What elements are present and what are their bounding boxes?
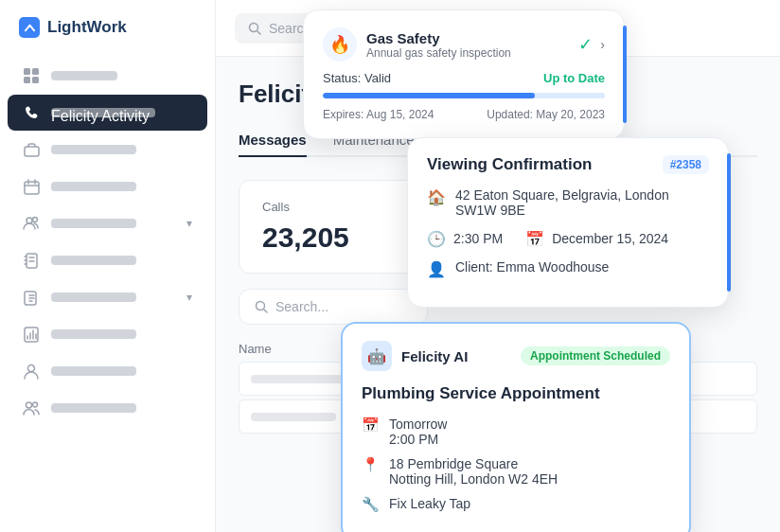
gas-card-actions: ✓ › — [578, 34, 605, 55]
person-icon-2: 👤 — [427, 260, 446, 278]
felicity-location-icon: 📍 — [362, 456, 380, 473]
viewing-confirmation-card: Viewing Confirmation #2358 🏠 42 Eaton Sq… — [407, 137, 729, 308]
felicity-address-text: 18 Pembridge Square Notting Hill, London… — [389, 456, 558, 487]
sidebar-item-people[interactable]: ▾ — [8, 205, 207, 241]
briefcase-icon — [23, 141, 40, 158]
sidebar-item-persons[interactable] — [8, 390, 207, 426]
people-icon — [23, 215, 40, 232]
felicity-ai-name: Felicity AI — [401, 348, 468, 364]
gas-expires: Expires: Aug 15, 2024 — [323, 108, 434, 121]
calendar-icon — [23, 178, 40, 195]
grid-icon — [23, 67, 40, 84]
felicity-date: Tomorrow — [389, 417, 447, 432]
persons-icon — [23, 399, 40, 417]
sidebar: LightWork Felicity Activity — [0, 0, 216, 532]
chevron-down-icon-2: ▾ — [186, 291, 192, 304]
tab-messages[interactable]: Messages — [239, 124, 307, 155]
gas-progress-bar — [323, 93, 605, 98]
calendar-icon-2: 📅 — [525, 230, 544, 248]
logo-text: LightWork — [47, 18, 127, 37]
felicity-issue: 🔧 Fix Leaky Tap — [362, 496, 670, 513]
viewing-client: 👤 Client: Emma Woodhouse — [427, 259, 709, 278]
gas-card-border-right — [623, 26, 627, 123]
viewing-date: 📅 December 15, 2024 — [525, 229, 668, 248]
felicity-address-line1: 18 Pembridge Square — [389, 456, 558, 471]
sidebar-item-persons-label — [51, 403, 136, 413]
viewing-address: 🏠 42 Eaton Square, Belgravia, London SW1… — [427, 187, 709, 218]
gas-progress-fill — [323, 93, 535, 98]
table-col-name: Name — [239, 342, 272, 356]
svg-point-11 — [27, 402, 32, 408]
sidebar-item-book-label — [51, 293, 136, 302]
svg-rect-5 — [25, 182, 39, 194]
sidebar-item-grid-label — [51, 71, 117, 80]
report-icon — [23, 326, 40, 343]
felicity-date-time-text: Tomorrow 2:00 PM — [389, 417, 447, 447]
gas-status-row: Status: Valid Up to Date — [323, 71, 605, 85]
stats-label: Calls — [262, 200, 404, 214]
felicity-card-title: Plumbing Service Appointment — [362, 384, 670, 403]
sidebar-item-calendar-label — [51, 182, 136, 191]
viewing-client-text: Client: Emma Woodhouse — [455, 259, 609, 275]
svg-point-6 — [27, 218, 32, 223]
gas-card-title-group: Gas Safety Annual gas safety inspection — [366, 30, 511, 60]
gas-card-title: Gas Safety — [366, 30, 511, 46]
table-search-placeholder: Search... — [275, 299, 328, 314]
gas-dates: Expires: Aug 15, 2024 Updated: May 20, 2… — [323, 108, 605, 121]
clock-icon: 🕒 — [427, 230, 446, 248]
sidebar-item-notebook[interactable] — [8, 242, 207, 278]
check-icon: ✓ — [578, 34, 593, 55]
person-icon — [23, 363, 40, 380]
sidebar-nav: Felicity Activity — [0, 51, 215, 532]
viewing-time-date-row: 🕒 2:30 PM 📅 December 15, 2024 — [427, 229, 709, 248]
sidebar-item-grid[interactable] — [8, 58, 207, 94]
svg-point-14 — [257, 302, 265, 310]
gas-up-to-date: Up to Date — [543, 71, 605, 85]
felicity-date-time: 📅 Tomorrow 2:00 PM — [362, 417, 670, 447]
sidebar-item-notebook-label — [51, 256, 136, 265]
gas-card-subtitle: Annual gas safety inspection — [366, 46, 511, 60]
sidebar-item-felicity[interactable]: Felicity Activity — [8, 95, 207, 131]
sidebar-item-report-label — [51, 329, 136, 339]
sidebar-item-briefcase-label — [51, 145, 136, 154]
svg-point-7 — [33, 218, 38, 222]
row-bar-2 — [251, 413, 336, 421]
stats-card: Calls 23,205 — [239, 180, 428, 274]
sidebar-item-people-label — [51, 219, 136, 228]
svg-rect-3 — [32, 77, 39, 83]
gas-status-text: Status: Valid — [323, 71, 391, 85]
sidebar-item-person-label — [51, 366, 136, 376]
gas-safety-card: 🔥 Gas Safety Annual gas safety inspectio… — [303, 9, 625, 139]
logo-icon — [19, 17, 40, 38]
svg-point-10 — [28, 364, 35, 371]
sidebar-item-report[interactable] — [8, 316, 207, 352]
felicity-issue-text: Fix Leaky Tap — [389, 496, 470, 511]
arrow-right-icon[interactable]: › — [600, 37, 605, 52]
notebook-icon — [23, 252, 40, 269]
felicity-time: 2:00 PM — [389, 432, 447, 447]
viewing-date-text: December 15, 2024 — [552, 231, 668, 246]
svg-rect-1 — [32, 68, 39, 75]
viewing-address-text: 42 Eaton Square, Belgravia, London SW1W … — [455, 187, 709, 218]
felicity-address: 📍 18 Pembridge Square Notting Hill, Lond… — [362, 456, 670, 487]
svg-rect-4 — [25, 147, 39, 156]
sidebar-item-calendar[interactable] — [8, 168, 207, 204]
felicity-ai-icon: 🤖 — [362, 341, 392, 371]
sidebar-item-briefcase[interactable] — [8, 132, 207, 168]
felicity-calendar-icon: 📅 — [362, 417, 380, 434]
table-search[interactable]: Search... — [239, 289, 428, 325]
viewing-time-text: 2:30 PM — [453, 231, 503, 246]
felicity-badge: Appointment Scheduled — [521, 346, 670, 365]
viewing-badge: #2358 — [663, 155, 709, 174]
felicity-header: 🤖 Felicity AI Appointment Scheduled — [362, 341, 670, 371]
sidebar-item-person[interactable] — [8, 353, 207, 389]
phone-icon — [23, 104, 40, 121]
sidebar-logo: LightWork — [0, 0, 215, 51]
sidebar-item-felicity-label: Felicity Activity — [51, 108, 155, 117]
viewing-time: 🕒 2:30 PM — [427, 229, 503, 248]
home-icon: 🏠 — [427, 188, 446, 206]
gas-icon: 🔥 — [323, 27, 357, 62]
gas-card-header: 🔥 Gas Safety Annual gas safety inspectio… — [323, 27, 605, 62]
viewing-title: Viewing Confirmation — [427, 155, 592, 174]
sidebar-item-book[interactable]: ▾ — [8, 279, 207, 315]
